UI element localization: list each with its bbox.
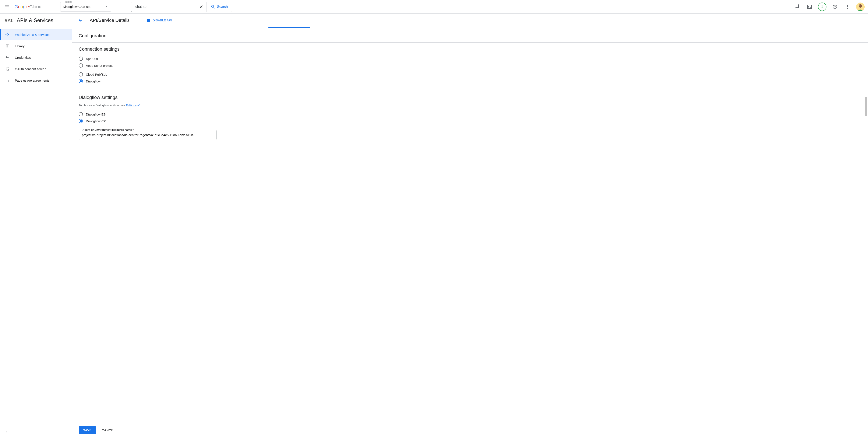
sidebar-item-page-usage-agreements[interactable]: Page usage agreements xyxy=(0,74,72,86)
arrow-left-icon xyxy=(78,18,83,23)
svg-point-2 xyxy=(847,5,848,6)
connection-option-pubsub[interactable]: Cloud Pub/Sub xyxy=(79,71,868,78)
terminal-icon xyxy=(807,4,812,9)
collapse-icon xyxy=(5,430,9,434)
search-icon xyxy=(211,4,215,9)
radio-label: Dialogflow ES xyxy=(86,113,105,116)
dialogflow-help-text: To choose a Dialogflow edition, see Edit… xyxy=(79,104,868,107)
google-wordmark: Google xyxy=(14,4,29,9)
section-title-configuration: Configuration xyxy=(72,27,868,42)
sidebar-header: API APIs & Services xyxy=(0,13,72,27)
key-icon xyxy=(5,55,10,60)
avatar-icon xyxy=(856,3,865,11)
help-suffix: . xyxy=(140,104,141,107)
sidebar: API APIs & Services Enabled APIs & servi… xyxy=(0,13,72,437)
sidebar-item-label: Enabled APIs & services xyxy=(15,33,50,36)
diamond-icon xyxy=(5,32,10,37)
sidebar-item-enabled-apis[interactable]: Enabled APIs & services xyxy=(0,29,72,40)
menu-icon xyxy=(4,4,9,9)
help-prefix: To choose a Dialogflow edition, see xyxy=(79,104,126,107)
search-clear-button[interactable] xyxy=(196,2,206,12)
chat-plus-icon xyxy=(794,4,799,9)
back-button[interactable] xyxy=(76,16,85,25)
main-content: API/Service Details DISABLE API Configur… xyxy=(72,13,868,437)
radio-icon xyxy=(79,57,83,61)
search-bar: Search xyxy=(131,2,232,12)
page-title: API/Service Details xyxy=(90,18,129,23)
radio-label: Dialogflow xyxy=(86,80,100,83)
library-icon xyxy=(5,44,10,48)
cloud-shell-button[interactable] xyxy=(805,3,814,11)
header-utilities: 1 xyxy=(793,3,865,11)
search-input[interactable] xyxy=(131,5,196,9)
radio-icon xyxy=(79,63,83,68)
stop-icon xyxy=(147,19,150,22)
help-icon xyxy=(832,4,837,9)
dialogflow-option-es[interactable]: Dialogflow ES xyxy=(79,111,868,118)
radio-icon xyxy=(79,112,83,116)
cancel-button[interactable]: CANCEL xyxy=(102,428,115,432)
google-cloud-logo[interactable]: Google Cloud xyxy=(14,4,41,9)
svg-point-8 xyxy=(861,5,861,6)
connection-settings-heading: Connection settings xyxy=(79,46,868,52)
dropdown-arrow-icon xyxy=(104,4,108,9)
agent-resource-name-label: Agent or Environment resource name * xyxy=(82,128,135,131)
connection-option-apps-script[interactable]: Apps Script project xyxy=(79,62,868,69)
svg-point-9 xyxy=(6,67,6,68)
account-avatar[interactable] xyxy=(856,3,865,11)
close-icon xyxy=(199,4,204,9)
connection-option-app-url[interactable]: App URL xyxy=(79,55,868,62)
radio-label: App URL xyxy=(86,57,99,61)
gift-count: 1 xyxy=(822,5,823,9)
svg-point-7 xyxy=(860,5,860,6)
page-header: API/Service Details DISABLE API xyxy=(72,13,868,27)
sidebar-title: APIs & Services xyxy=(17,18,53,23)
collapse-sidebar-button[interactable] xyxy=(0,427,72,437)
search-button[interactable]: Search xyxy=(207,2,232,12)
editions-link[interactable]: Editions xyxy=(126,104,136,107)
sidebar-item-library[interactable]: Library xyxy=(0,40,72,52)
svg-point-10 xyxy=(7,67,7,68)
kebab-icon xyxy=(845,4,850,9)
agreement-icon xyxy=(5,78,10,83)
svg-point-11 xyxy=(8,67,8,68)
top-header: Google Cloud Project Dialogflow Chat app… xyxy=(0,0,868,13)
sidebar-item-label: OAuth consent screen xyxy=(15,67,46,71)
help-button[interactable] xyxy=(831,3,839,11)
radio-label: Apps Script project xyxy=(86,64,113,67)
radio-label: Dialogflow CX xyxy=(86,119,106,123)
sidebar-item-label: Page usage agreements xyxy=(15,79,50,82)
svg-point-12 xyxy=(6,68,6,69)
radio-icon xyxy=(79,72,83,76)
search-button-label: Search xyxy=(217,5,228,9)
scrollbar-thumb[interactable] xyxy=(865,97,867,116)
connection-option-dialogflow[interactable]: Dialogflow xyxy=(79,78,868,85)
sidebar-item-credentials[interactable]: Credentials xyxy=(0,52,72,63)
sidebar-item-oauth-consent[interactable]: OAuth consent screen xyxy=(0,63,72,74)
radio-checked-icon xyxy=(79,119,83,123)
active-tab-indicator xyxy=(269,27,310,28)
agent-resource-name-input[interactable] xyxy=(79,130,216,140)
consent-icon xyxy=(5,67,10,71)
content-scroll: Configuration Connection settings App UR… xyxy=(72,27,868,423)
more-button[interactable] xyxy=(843,3,852,11)
svg-point-4 xyxy=(847,8,848,9)
dialogflow-option-cx[interactable]: Dialogflow CX xyxy=(79,118,868,124)
agent-resource-name-field: Agent or Environment resource name * xyxy=(79,130,216,140)
svg-point-13 xyxy=(6,69,6,70)
dialogflow-settings-heading: Dialogflow settings xyxy=(79,95,868,100)
save-button[interactable]: SAVE xyxy=(79,426,96,434)
sidebar-item-label: Credentials xyxy=(15,56,31,59)
svg-rect-0 xyxy=(808,5,811,8)
sidebar-nav: Enabled APIs & services Library Credenti… xyxy=(0,27,72,86)
project-picker[interactable]: Project Dialogflow Chat app xyxy=(60,2,111,12)
api-product-icon: API xyxy=(5,18,13,23)
project-picker-label: Project xyxy=(63,0,73,3)
radio-checked-icon xyxy=(79,79,83,83)
disable-api-button[interactable]: DISABLE API xyxy=(147,19,172,22)
form-actions: SAVE CANCEL xyxy=(72,423,868,437)
send-feedback-button[interactable] xyxy=(793,3,801,11)
hamburger-menu-button[interactable] xyxy=(2,2,12,12)
free-trial-badge[interactable]: 1 xyxy=(818,3,827,11)
project-picker-value: Dialogflow Chat app xyxy=(63,5,91,8)
